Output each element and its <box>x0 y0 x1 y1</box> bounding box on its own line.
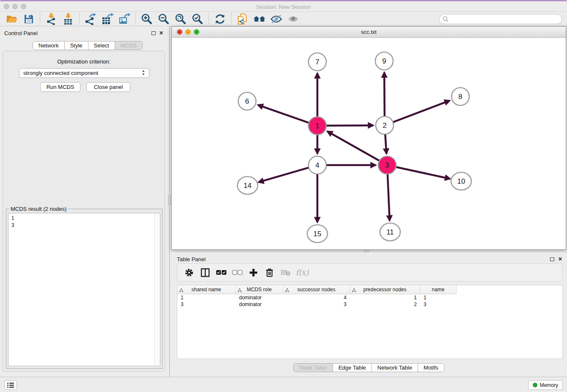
splitter-handle[interactable] <box>168 196 171 205</box>
tab-mcds[interactable]: MCDS <box>115 41 142 50</box>
tab-select[interactable]: Select <box>88 41 115 50</box>
graph-node-15[interactable]: 15 <box>307 225 328 243</box>
zoom-fit-icon[interactable] <box>173 13 188 25</box>
graph-node-10[interactable]: 10 <box>451 172 471 190</box>
toolbar-separator <box>135 13 136 25</box>
export-table-icon[interactable] <box>100 13 115 25</box>
trash-icon[interactable] <box>263 266 276 279</box>
select-all-checkboxes-icon[interactable] <box>215 266 228 279</box>
home-views-icon[interactable] <box>252 13 267 25</box>
refresh-layout-icon[interactable] <box>213 13 227 25</box>
tab-edge-table[interactable]: Edge Table <box>333 364 372 372</box>
graph-edge-3-11[interactable] <box>388 174 390 221</box>
column-header-mcds-role[interactable]: MCDS role <box>236 285 283 294</box>
graph-node-3[interactable]: 3 <box>378 156 396 174</box>
column-label: shared name <box>191 287 221 293</box>
column-header-name[interactable]: name <box>420 285 457 294</box>
hide-eye-icon[interactable] <box>269 13 284 25</box>
save-floppy-icon[interactable] <box>22 13 36 25</box>
table-row[interactable]: 3dominator323 <box>177 301 562 308</box>
table-cell[interactable]: 1 <box>350 294 420 301</box>
graph-edge-1-2[interactable] <box>326 125 373 126</box>
float-panel-icon[interactable] <box>550 257 554 261</box>
graph-node-1[interactable]: 1 <box>308 117 326 135</box>
export-image-icon[interactable] <box>117 13 132 25</box>
graph-node-11[interactable]: 11 <box>380 223 400 241</box>
table-cell[interactable]: 1 <box>177 294 236 301</box>
mcds-result-list: 13 <box>8 213 160 366</box>
graph-node-9[interactable]: 9 <box>375 52 393 70</box>
mcds-result-lines: 13 <box>11 215 14 229</box>
criterion-selected-value: strongly connected component <box>23 70 98 76</box>
clone-network-icon[interactable] <box>235 13 250 25</box>
horizontal-splitter-handle[interactable] <box>364 249 369 252</box>
tab-motifs[interactable]: Motifs <box>418 364 444 372</box>
table-row[interactable]: 1dominator411 <box>177 294 562 301</box>
close-panel-icon[interactable]: ✕ <box>159 30 163 36</box>
graph-node-label: 3 <box>385 161 389 169</box>
mcds-result-title: MCDS result (2 nodes) <box>9 206 68 212</box>
run-mcds-button[interactable]: Run MCDS <box>40 82 80 92</box>
table-cell[interactable]: dominator <box>236 301 283 308</box>
graph-edge-2-3[interactable] <box>385 134 386 154</box>
table-tabs-row: Node Table Edge Table Network Table Moti… <box>171 363 566 372</box>
table-toolbar: f(x) <box>177 263 563 282</box>
table-cell[interactable]: 3 <box>283 301 350 308</box>
column-header-shared-name[interactable]: shared name <box>177 285 236 294</box>
app-titlebar: Session: New Session <box>0 1 567 12</box>
column-split-icon[interactable] <box>198 266 212 279</box>
column-header-successor-nodes[interactable]: successor nodes <box>283 285 350 294</box>
tab-style[interactable]: Style <box>65 41 88 50</box>
export-network-icon[interactable] <box>83 13 98 25</box>
zoom-in-icon[interactable] <box>140 13 154 25</box>
graph-node-6[interactable]: 6 <box>238 92 256 110</box>
graph-node-2[interactable]: 2 <box>376 116 394 134</box>
result-scrollbar[interactable] <box>154 213 160 366</box>
graph-edge-2-9[interactable] <box>384 72 385 116</box>
graph-node-8[interactable]: 8 <box>451 88 469 105</box>
network-window-titlebar[interactable]: ✕ − + scc.txt <box>172 27 566 38</box>
search-field <box>439 14 562 24</box>
graph-node-label: 10 <box>457 177 465 185</box>
table-body: 1dominator4113dominator323 <box>177 294 562 308</box>
graph-node-4[interactable]: 4 <box>308 156 326 174</box>
column-header-predecessor-nodes[interactable]: predecessor nodes <box>350 285 420 294</box>
memory-button[interactable]: Memory <box>528 380 563 390</box>
zoom-selected-icon[interactable] <box>190 13 205 25</box>
criterion-select[interactable]: strongly connected component ▲▼ <box>19 68 149 78</box>
close-panel-icon[interactable]: ✕ <box>558 256 562 262</box>
open-folder-icon[interactable] <box>5 13 19 25</box>
gear-icon[interactable] <box>182 266 196 279</box>
graph-node-7[interactable]: 7 <box>308 53 326 71</box>
table-cell[interactable]: dominator <box>236 294 283 301</box>
zoom-out-icon[interactable] <box>157 13 171 25</box>
tab-network-table[interactable]: Network Table <box>372 364 418 372</box>
table-cell[interactable]: 3 <box>177 301 236 308</box>
import-table-icon[interactable] <box>61 13 75 25</box>
add-column-icon[interactable] <box>247 266 260 279</box>
tab-network[interactable]: Network <box>33 41 65 50</box>
vertical-splitter[interactable] <box>168 26 171 377</box>
table-cell[interactable]: 3 <box>420 301 457 308</box>
float-panel-icon[interactable] <box>151 31 156 35</box>
network-canvas[interactable]: 7968124314101511 <box>172 38 566 249</box>
table-cell[interactable]: 1 <box>420 294 457 301</box>
table-cell[interactable]: 2 <box>350 301 420 308</box>
table-cell[interactable]: 4 <box>283 294 350 301</box>
graph-node-14[interactable]: 14 <box>237 177 258 194</box>
close-panel-button[interactable]: Close panel <box>86 82 130 92</box>
tab-node-table[interactable]: Node Table <box>294 364 333 372</box>
graph-edge-2-8[interactable] <box>393 101 450 122</box>
search-input[interactable] <box>439 14 562 24</box>
mcds-result-line: 1 <box>11 215 14 222</box>
task-history-button[interactable] <box>4 380 17 390</box>
graph-node-label: 8 <box>458 93 462 101</box>
show-eye-icon[interactable] <box>286 13 300 25</box>
import-network-icon[interactable] <box>44 13 58 25</box>
graph-edge-4-14[interactable] <box>259 168 309 182</box>
graph-edge-3-1[interactable] <box>328 131 380 160</box>
deselect-all-checkboxes-icon[interactable] <box>231 266 244 279</box>
hierarchy-icon <box>179 287 183 293</box>
graph-edge-3-10[interactable] <box>396 167 450 179</box>
graph-edge-1-6[interactable] <box>258 105 309 123</box>
